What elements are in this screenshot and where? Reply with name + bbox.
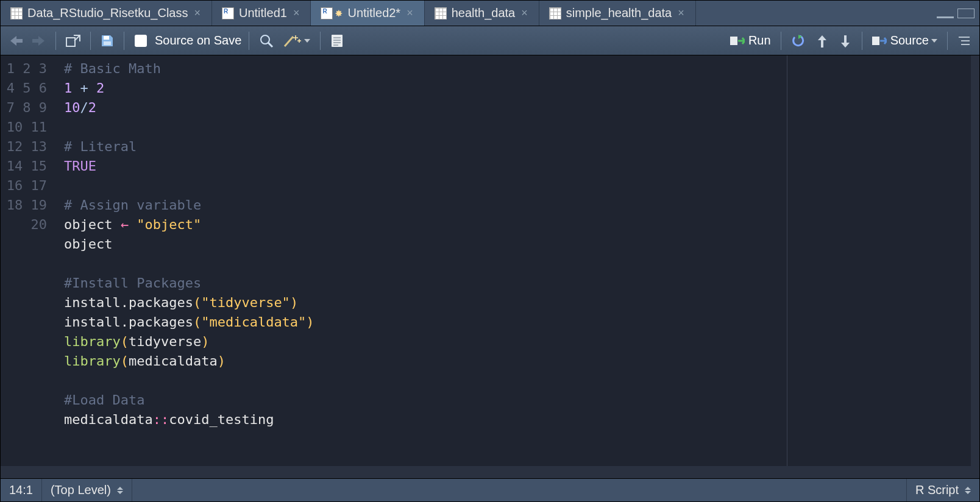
nav-back-button[interactable]	[7, 31, 25, 51]
updown-caret-icon	[117, 487, 123, 494]
svg-line-5	[285, 37, 293, 46]
code-line[interactable]: # Assign variable	[64, 196, 971, 215]
cursor-position[interactable]: 14:1	[1, 479, 42, 501]
code-line[interactable]: medicaldata::covid_testing	[64, 410, 971, 430]
go-to-next-section-button[interactable]	[836, 31, 854, 51]
code-line[interactable]: #Load Data	[64, 391, 971, 410]
pane-minimize-icon[interactable]	[937, 15, 954, 18]
code-line[interactable]: install.packages("tidyverse")	[64, 293, 971, 313]
table-icon	[10, 7, 23, 19]
source-button[interactable]: Source	[870, 31, 940, 51]
language-selector[interactable]: R Script	[906, 479, 979, 501]
code-area[interactable]: # Basic Math1 + 210/2 # LiteralTRUE # As…	[55, 55, 971, 466]
chevron-down-icon	[931, 39, 937, 43]
new-badge-icon: ✸	[335, 9, 343, 18]
svg-rect-15	[730, 37, 737, 45]
tab-untitled1[interactable]: Untitled1×	[212, 1, 311, 26]
code-line[interactable]	[64, 254, 971, 274]
close-tab-button[interactable]: ×	[520, 7, 529, 19]
tab-untitled2-[interactable]: ✸Untitled2*×	[311, 1, 424, 26]
scope-label: (Top Level)	[51, 483, 111, 497]
svg-line-4	[268, 43, 272, 47]
language-label: R Script	[915, 483, 959, 497]
rerun-previous-button[interactable]	[789, 31, 808, 51]
find-replace-button[interactable]	[257, 31, 276, 51]
tab-label: health_data	[452, 6, 516, 20]
code-line[interactable]	[64, 176, 971, 196]
run-button[interactable]: Run	[728, 31, 773, 51]
horizontal-scrollbar[interactable]	[1, 466, 979, 478]
tabbar-spacer	[696, 1, 937, 26]
svg-rect-2	[104, 41, 111, 45]
code-line[interactable]: 10/2	[64, 98, 971, 118]
svg-rect-1	[104, 36, 109, 40]
source-on-save-label: Source on Save	[155, 34, 241, 48]
go-to-prev-section-button[interactable]	[813, 31, 831, 51]
updown-caret-icon	[965, 487, 971, 494]
chevron-down-icon	[304, 39, 310, 43]
code-text[interactable]: # Basic Math1 + 210/2 # LiteralTRUE # As…	[55, 55, 971, 449]
table-icon	[435, 7, 447, 19]
cursor-position-text: 14:1	[9, 483, 33, 497]
pane-window-controls	[937, 1, 979, 26]
editor-body: 1 2 3 4 5 6 7 8 9 10 11 12 13 14 15 16 1…	[1, 55, 979, 466]
code-line[interactable]	[64, 430, 971, 449]
editor-toolbar: Source on Save	[1, 26, 979, 55]
line-number-gutter: 1 2 3 4 5 6 7 8 9 10 11 12 13 14 15 16 1…	[1, 55, 55, 466]
svg-rect-16	[872, 37, 879, 45]
code-line[interactable]: # Basic Math	[64, 59, 971, 79]
close-tab-button[interactable]: ×	[193, 7, 202, 19]
r-script-icon	[321, 7, 333, 19]
show-in-new-window-button[interactable]	[63, 31, 83, 51]
code-line[interactable]	[64, 371, 971, 391]
tab-label: Data_RStudio_Risetku_Class	[27, 6, 188, 20]
rstudio-source-pane: Data_RStudio_Risetku_Class×Untitled1×✸Un…	[0, 0, 980, 502]
run-label: Run	[748, 34, 771, 48]
close-tab-button[interactable]: ×	[405, 7, 414, 19]
code-line[interactable]: object	[64, 235, 971, 254]
source-on-save-checkbox[interactable]	[132, 31, 150, 51]
table-icon	[549, 7, 561, 19]
vertical-scrollbar[interactable]	[971, 55, 979, 466]
code-line[interactable]: # Literal	[64, 137, 971, 157]
code-line[interactable]: install.packages("medicaldata")	[64, 313, 971, 332]
pane-maximize-icon[interactable]	[957, 9, 975, 18]
tab-bar: Data_RStudio_Risetku_Class×Untitled1×✸Un…	[1, 1, 979, 26]
code-line[interactable]: library(tidyverse)	[64, 332, 971, 352]
outline-button[interactable]	[955, 31, 973, 51]
compile-report-button[interactable]	[328, 31, 346, 51]
tab-label: Untitled2*	[347, 6, 400, 20]
tab-health-data[interactable]: health_data×	[425, 1, 539, 26]
nav-forward-button[interactable]	[30, 31, 48, 51]
code-line[interactable]: #Install Packages	[64, 274, 971, 293]
tab-label: Untitled1	[239, 6, 287, 20]
save-button[interactable]	[98, 31, 116, 51]
close-tab-button[interactable]: ×	[676, 7, 686, 19]
code-line[interactable]: library(medicaldata)	[64, 352, 971, 371]
code-line[interactable]: object ← "object"	[64, 215, 971, 235]
status-bar: 14:1 (Top Level) R Script	[1, 478, 979, 501]
tab-data-rstudio-risetku-class[interactable]: Data_RStudio_Risetku_Class×	[1, 1, 212, 26]
svg-rect-0	[66, 38, 75, 46]
tab-simple-health-data[interactable]: simple_health_data×	[539, 1, 696, 26]
close-tab-button[interactable]: ×	[292, 7, 301, 19]
r-script-icon	[222, 7, 234, 19]
print-margin-line	[787, 55, 787, 466]
code-line[interactable]: TRUE	[64, 157, 971, 176]
source-label: Source	[890, 34, 929, 48]
code-tools-button[interactable]	[281, 31, 313, 51]
svg-point-3	[261, 35, 269, 44]
scope-selector[interactable]: (Top Level)	[42, 479, 132, 501]
code-line[interactable]	[64, 118, 971, 137]
code-line[interactable]: 1 + 2	[64, 79, 971, 98]
tab-label: simple_health_data	[566, 6, 672, 20]
